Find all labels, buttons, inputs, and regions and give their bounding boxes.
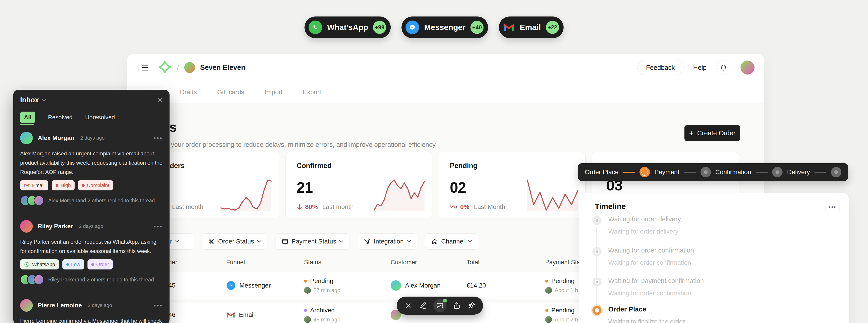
filter-label: Integration — [374, 238, 403, 245]
card-title: ders — [170, 162, 184, 170]
timeline-item-subtitle: Waiting for order confirmation — [608, 290, 812, 297]
gmail-icon — [24, 183, 30, 188]
reply-avatars — [20, 274, 44, 285]
funnel-label: Email — [239, 311, 255, 319]
notification-dot — [443, 299, 447, 302]
pin-icon[interactable] — [467, 301, 476, 310]
notifications-bell-button[interactable] — [716, 60, 731, 75]
card-icon — [282, 238, 288, 245]
inbox-tab-all[interactable]: All — [20, 111, 35, 123]
tab-gift-cards[interactable]: Gift cards — [217, 89, 244, 96]
status-dot — [304, 280, 307, 283]
edit-icon[interactable] — [418, 301, 427, 310]
funnel-label: Messenger — [239, 282, 271, 289]
tab-export[interactable]: Export — [303, 89, 321, 96]
order-id: 46 — [168, 311, 226, 319]
chevron-down-icon — [468, 240, 472, 243]
timeline-item: Waiting for order confirmation Waiting f… — [592, 247, 812, 266]
card-trend: 0% — [460, 203, 469, 211]
plus-icon: + — [689, 129, 693, 137]
sender-name: Riley Parker — [38, 223, 73, 230]
page: What'sApp +99 Messenger +40 Email +22 / — [0, 0, 868, 323]
integration-filter-chip[interactable]: Integration — [358, 233, 417, 250]
payment-status-label: Pending — [551, 278, 575, 285]
tab-drafts[interactable]: Drafts — [180, 89, 197, 96]
column-funnel: Funnel — [226, 259, 304, 266]
timeline-item-subtitle: Waiting to finalize the order — [608, 318, 812, 323]
feedback-button[interactable]: Feedback — [637, 60, 684, 75]
step-circle — [772, 167, 782, 177]
customer-name: Alex Morgan — [405, 282, 440, 289]
timeline-panel: Timeline ••• Waiting for order delivery … — [579, 193, 849, 323]
inbox-title-dropdown[interactable]: Inbox — [20, 96, 46, 104]
tag-low: Low — [62, 259, 84, 269]
timeline-pending-icon — [592, 247, 601, 256]
nodes-icon — [364, 238, 370, 245]
inbox-tray-icon[interactable] — [433, 299, 446, 312]
tag-high: High — [52, 180, 74, 190]
avatar — [545, 316, 552, 323]
message-body: Pierre Lemoine confirmed via Messenger t… — [20, 316, 163, 323]
message-body: Riley Parker sent an order request via W… — [20, 237, 163, 256]
payment-status-filter-chip[interactable]: Payment Status — [276, 233, 350, 250]
reply-summary: Alex Morganand 2 others replied to this … — [48, 198, 155, 204]
inbox-message[interactable]: Alex Morgan 2 days ago ●●● Alex Morgan r… — [13, 125, 169, 213]
order-progress-stepper: Order Place Payment Confirmation Deliver… — [578, 163, 848, 181]
messenger-count-badge: +40 — [470, 21, 484, 34]
avatar — [20, 132, 33, 144]
more-options-icon[interactable]: ●●● — [153, 303, 163, 308]
status-label: Pending — [310, 278, 333, 285]
menu-button[interactable] — [138, 61, 151, 74]
tab-import[interactable]: Import — [265, 89, 283, 96]
card-title: Confirmed — [297, 162, 332, 170]
column-status: Status — [304, 259, 391, 266]
help-link[interactable]: Help — [693, 64, 707, 71]
chevron-down-icon — [42, 99, 46, 102]
email-pill-label: Email — [520, 23, 541, 32]
sparkline — [219, 179, 273, 212]
whatsapp-pill-label: What'sApp — [327, 23, 368, 32]
channel-notification-pills: What'sApp +99 Messenger +40 Email +22 — [305, 17, 563, 38]
share-icon[interactable] — [453, 301, 461, 310]
tag-label: Low — [71, 262, 80, 267]
close-icon[interactable]: ✕ — [158, 96, 163, 104]
inbox-tab-resolved[interactable]: Resolved — [48, 114, 72, 121]
chevron-down-icon — [339, 240, 343, 243]
email-pill[interactable]: Email +22 — [499, 17, 563, 38]
card-value: 21 — [297, 179, 313, 196]
status-label: Archived — [310, 307, 335, 314]
close-icon[interactable] — [404, 301, 412, 310]
timeline-item-subtitle: Waiting for order confirmation — [608, 259, 812, 266]
inbox-tab-unresolved[interactable]: Unresolved — [85, 114, 115, 121]
more-options-icon[interactable]: ●●● — [153, 136, 163, 140]
app-logo-icon[interactable] — [158, 61, 171, 74]
tag-label: Order — [96, 262, 109, 267]
inbox-title: Inbox — [20, 96, 39, 104]
user-avatar[interactable] — [741, 61, 754, 74]
tag-email: Email — [20, 180, 49, 190]
messenger-pill[interactable]: Messenger +40 — [402, 17, 488, 38]
step-connector — [684, 172, 696, 173]
tab-bar: Drafts Gift cards Import Export — [127, 81, 764, 103]
more-options-icon[interactable]: ●●● — [153, 224, 163, 229]
order-status-filter-chip[interactable]: Order Status — [202, 233, 268, 250]
timeline-pending-icon — [592, 216, 601, 225]
status-time: 45 min ago — [313, 317, 340, 323]
inbox-panel: Inbox ✕ All Resolved Unresolved Alex Mor… — [13, 90, 169, 323]
breadcrumb-separator: / — [177, 63, 179, 72]
card-title: Pending — [450, 162, 477, 170]
timeline-pending-icon — [592, 278, 601, 287]
channel-filter-chip[interactable]: Channel — [425, 233, 478, 250]
whatsapp-count-badge: +99 — [373, 21, 386, 34]
step-circle-active — [640, 167, 650, 177]
customer-avatar — [391, 280, 401, 291]
step-circle — [701, 167, 711, 177]
card-trend: 80% — [305, 203, 318, 211]
create-order-button[interactable]: + Create Order — [684, 125, 740, 141]
inbox-message[interactable]: Pierre Lemoine 2 days ago ●●● Pierre Lem… — [13, 292, 169, 323]
whatsapp-pill[interactable]: What'sApp +99 — [305, 17, 391, 38]
timeline-menu-button[interactable]: ••• — [826, 200, 839, 214]
sender-name: Alex Morgan — [38, 135, 74, 141]
tag-complaint: Complaint — [78, 180, 113, 190]
inbox-message[interactable]: Riley Parker 2 days ago ●●● Riley Parker… — [13, 213, 169, 292]
